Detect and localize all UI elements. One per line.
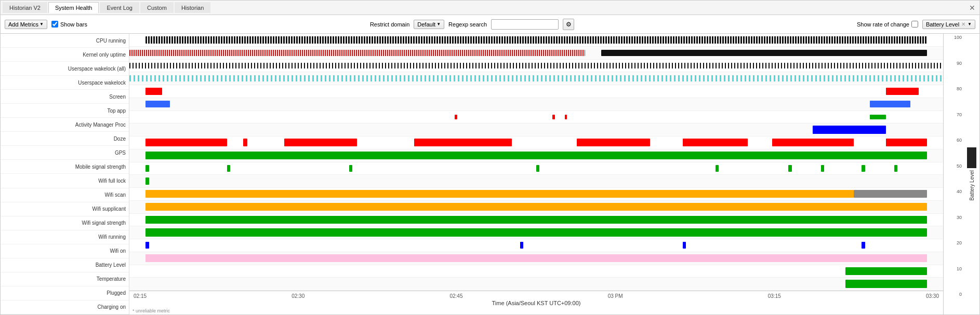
- bar-11-0: [145, 177, 149, 184]
- row-label-6: Activity Manager Proc: [1, 118, 129, 132]
- y-axis: 1009080706050403020100: [943, 34, 964, 314]
- chart-row-3: [129, 72, 943, 85]
- chart-row-18: [129, 265, 943, 278]
- row-label-3: Userspace wakelock: [1, 76, 129, 90]
- domain-arrow-icon: ▼: [436, 22, 441, 26]
- add-metrics-button[interactable]: Add Metrics ▼: [5, 20, 47, 29]
- row-label-5: Top app: [1, 104, 129, 118]
- bar-15-0: [145, 228, 926, 236]
- y-tick: 20: [944, 240, 964, 245]
- bar-10-0: [145, 165, 149, 172]
- bar-5-1: [870, 101, 910, 107]
- battery-level-label: Battery Level: [926, 21, 959, 28]
- row-label-16: Battery Level: [1, 258, 129, 272]
- chart-canvas: 02:1502:3002:4503 PM03:1503:30 Time (Asi…: [129, 34, 943, 314]
- bar-10-1: [227, 165, 230, 172]
- app-container: Historian V2 System Health Event Log Cus…: [0, 0, 980, 315]
- show-bars-checkbox[interactable]: [51, 21, 58, 28]
- bar-1-1: [601, 50, 926, 56]
- battery-close-icon[interactable]: ✕: [961, 21, 965, 27]
- chart-row-16: [129, 239, 943, 252]
- chart-row-10: [129, 162, 943, 175]
- chart-row-15: [129, 226, 943, 239]
- bar-14-0: [145, 216, 926, 224]
- chart-row-0: [129, 34, 943, 47]
- row-label-0: CPU running: [1, 34, 129, 48]
- chart-row-9: [129, 149, 943, 162]
- bar-8-0: [145, 139, 227, 146]
- x-tick: 03 PM: [608, 293, 623, 299]
- bar-16-0: [145, 242, 149, 249]
- row-labels: CPU runningKernel only uptimeUserspace w…: [1, 34, 129, 314]
- tab-event-log[interactable]: Event Log: [100, 2, 139, 13]
- x-tick: 02:45: [449, 293, 462, 299]
- bar-3-0: [129, 75, 943, 81]
- bar-19-0: [845, 280, 927, 287]
- regexp-input[interactable]: [491, 19, 559, 30]
- bar-16-3: [862, 242, 865, 249]
- tab-system-health[interactable]: System Health: [48, 2, 99, 13]
- show-rate-checkbox[interactable]: [911, 21, 918, 28]
- bar-4-1: [886, 88, 919, 95]
- close-button[interactable]: ✕: [967, 3, 977, 13]
- battery-arrow-icon: ▼: [968, 22, 972, 26]
- bar-8-4: [577, 139, 650, 146]
- bar-7-0: [813, 126, 886, 133]
- row-label-14: Wifi running: [1, 230, 129, 244]
- row-label-9: Mobile signal strength: [1, 160, 129, 174]
- chart-row-7: [129, 124, 943, 136]
- y-ticks: 1009080706050403020100: [944, 34, 964, 298]
- chart-row-2: [129, 60, 943, 73]
- bar-1-0: [129, 50, 585, 56]
- domain-default-label: Default: [417, 21, 435, 28]
- y-tick: 40: [944, 189, 964, 194]
- bar-10-2: [349, 165, 352, 172]
- chart-row-17: [129, 252, 943, 265]
- bar-9-0: [145, 152, 926, 159]
- x-tick: 03:15: [768, 293, 781, 299]
- bar-0-0: [145, 36, 926, 44]
- chart-row-5: [129, 98, 943, 111]
- chart-area: CPU runningKernel only uptimeUserspace w…: [1, 34, 979, 314]
- y-tick: 80: [944, 86, 964, 91]
- restrict-domain-label: Restrict domain: [370, 21, 409, 28]
- bar-6-2: [565, 115, 567, 120]
- battery-indicator: [967, 147, 976, 168]
- tab-historian-v2[interactable]: Historian V2: [3, 2, 47, 13]
- tab-custom[interactable]: Custom: [140, 2, 174, 13]
- battery-level-button[interactable]: Battery Level ✕ ▼: [922, 20, 975, 29]
- row-label-11: Wifi scan: [1, 188, 129, 202]
- bar-16-2: [683, 242, 686, 249]
- bar-10-4: [716, 165, 719, 172]
- bar-6-3: [870, 115, 886, 120]
- y-tick: 100: [944, 35, 964, 40]
- x-tick: 02:30: [292, 293, 304, 299]
- add-metrics-arrow-icon: ▼: [39, 22, 44, 26]
- bar-8-3: [414, 139, 512, 146]
- toolbar: Add Metrics ▼ Show bars Restrict domain …: [1, 15, 979, 34]
- bar-12-0: [145, 190, 853, 198]
- y-tick: 70: [944, 112, 964, 117]
- y-tick: 50: [944, 163, 964, 169]
- bar-10-3: [536, 165, 539, 172]
- x-tick: 02:15: [134, 293, 147, 299]
- bar-8-2: [284, 139, 357, 146]
- chart-row-6: [129, 111, 943, 124]
- tab-historian[interactable]: Historian: [175, 2, 210, 13]
- row-label-15: Wifi on: [1, 244, 129, 258]
- domain-select[interactable]: Default ▼: [414, 20, 444, 29]
- chart-row-12: [129, 188, 943, 201]
- bar-8-5: [683, 139, 748, 146]
- row-label-1: Kernel only uptime: [1, 48, 129, 62]
- bar-5-0: [145, 101, 170, 107]
- x-axis-label: Time (Asia/Seoul KST UTC+09:00): [129, 300, 943, 306]
- settings-button[interactable]: ⚙: [563, 19, 574, 30]
- unreliable-note: * unreliable metric: [129, 307, 943, 314]
- chart-row-14: [129, 214, 943, 227]
- y-tick: 60: [944, 138, 964, 143]
- bar-2-0: [129, 63, 943, 69]
- chart-row-11: [129, 175, 943, 188]
- x-ticks: 02:1502:3002:4503 PM03:1503:30: [129, 291, 943, 299]
- bar-16-1: [520, 242, 523, 249]
- row-label-18: Plugged: [1, 286, 129, 300]
